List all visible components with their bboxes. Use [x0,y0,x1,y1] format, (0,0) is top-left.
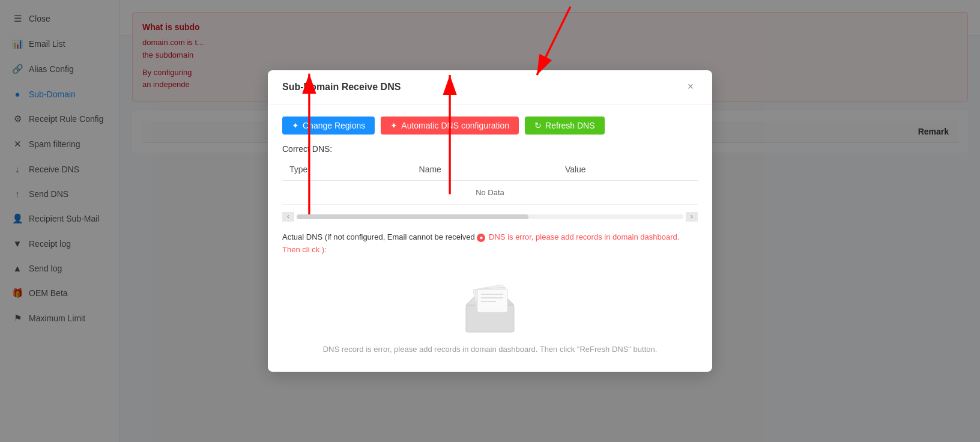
modal-dialog: Sub-Domain Receive DNS × ✦ Change Region… [268,70,712,372]
actual-dns-section: Actual DNS (if not configured, Email can… [282,231,698,256]
modal-close-button[interactable]: × [683,80,698,94]
location-icon: ✦ [292,121,299,130]
modal-body: ✦ Change Regions ✦ Automatic DNS configu… [268,104,712,372]
correct-dns-label: Correct DNS: [282,144,332,154]
dns-error-icon: ● [477,234,485,242]
refresh-icon: ↻ [534,121,542,130]
horizontal-scrollbar[interactable]: ‹ › [282,212,698,222]
col-name: Name [412,159,558,181]
modal-title: Sub-Domain Receive DNS [282,82,401,92]
col-type: Type [282,159,412,181]
col-value: Value [558,159,698,181]
scroll-thumb[interactable] [297,214,528,219]
refresh-dns-button[interactable]: ↻ Refresh DNS [525,117,604,135]
empty-state-text: DNS record is error, please add records … [323,345,658,354]
scroll-left-arrow[interactable]: ‹ [282,212,294,222]
modal-header: Sub-Domain Receive DNS × [268,70,712,104]
auto-dns-button[interactable]: ✦ Automatic DNS configuration [381,117,519,135]
settings-icon: ✦ [390,121,398,130]
action-buttons-row: ✦ Change Regions ✦ Automatic DNS configu… [282,117,698,135]
change-regions-button[interactable]: ✦ Change Regions [282,117,375,135]
modal-overlay: Sub-Domain Receive DNS × ✦ Change Region… [120,0,980,442]
dns-table: Type Name Value No Data [282,159,698,205]
svg-line-2 [537,7,570,75]
scroll-track[interactable] [297,214,683,219]
empty-state: DNS record is error, please add records … [282,263,698,360]
scroll-right-arrow[interactable]: › [686,212,698,222]
main-content: Catch all Sub What is subdo domain.com i… [120,0,980,442]
no-data-cell: No Data [282,180,698,204]
empty-illustration [454,275,526,335]
